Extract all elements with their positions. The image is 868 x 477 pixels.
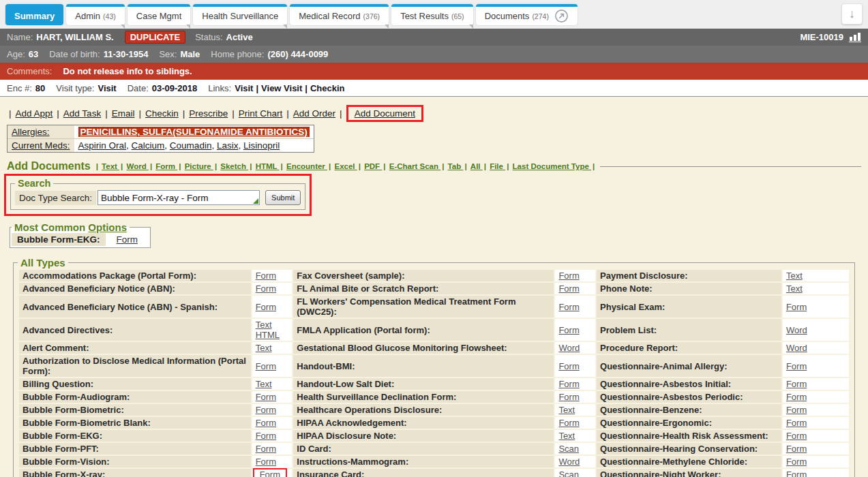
chart-stats-icon[interactable]: [849, 32, 861, 42]
most-common-form-link[interactable]: Form: [117, 234, 138, 245]
popout-circle-arrow-icon[interactable]: [554, 9, 569, 23]
doc-link-bubble-form-ekg-form[interactable]: Form: [256, 431, 276, 441]
tab-medical-record[interactable]: Medical Record(376): [290, 4, 389, 25]
med-link-lasix[interactable]: Lasix: [217, 140, 239, 151]
doc-link-procedure-report-word[interactable]: Word: [786, 343, 807, 353]
med-link-coumadin[interactable]: Coumadin: [170, 140, 212, 151]
enc-link-visit[interactable]: Visit: [235, 83, 253, 93]
doc-link-fl-workers-compensation-medical-treatment-form-dwc25-form[interactable]: Form: [558, 302, 579, 312]
doc-link-payment-disclosure-text[interactable]: Text: [786, 271, 803, 281]
doc-create-link-picture[interactable]: Picture: [185, 162, 213, 170]
doc-type-label: ID Card:: [293, 443, 554, 455]
doc-link-problem-list-word[interactable]: Word: [786, 325, 807, 335]
tab-summary[interactable]: Summary: [5, 4, 63, 25]
doc-link-questionnaire-night-worker-form[interactable]: Form: [786, 470, 807, 477]
doc-link-bubble-form-vision-form[interactable]: Form: [256, 457, 276, 467]
doc-type-links: Form: [252, 404, 293, 416]
doc-create-link-excel[interactable]: Excel: [334, 162, 357, 170]
doc-create-link-html[interactable]: HTML: [256, 162, 280, 170]
doc-type-links: Form: [555, 283, 595, 294]
allergy-value[interactable]: PENICILLINS, SULFA(SULFONAMIDE ANTIBIOTI…: [78, 127, 310, 137]
doc-link-handout-low-salt-diet-form[interactable]: Form: [558, 379, 579, 389]
doc-create-link-sketch[interactable]: Sketch: [220, 162, 248, 170]
tab-admin[interactable]: Admin(43): [66, 4, 125, 25]
patient-name: HART, WILLIAM S.: [36, 32, 113, 42]
current-meds-link[interactable]: Current Meds:: [12, 140, 70, 151]
action-link-email[interactable]: Email: [112, 108, 135, 119]
doc-type-links: Form: [252, 456, 293, 467]
doc-create-link-tab[interactable]: Tab: [448, 162, 464, 170]
doc-link-advanced-beneficiary-notice-abn-spanish-form[interactable]: Form: [256, 302, 276, 312]
tab-case-mgmt[interactable]: Case Mgmt: [128, 4, 190, 25]
action-link-add-document[interactable]: Add Document: [355, 108, 415, 119]
doc-create-link-text[interactable]: Text: [102, 162, 119, 170]
doc-link-alert-comment-text[interactable]: Text: [256, 343, 272, 353]
doc-create-link-e-chart-scan[interactable]: E-Chart Scan: [389, 162, 440, 170]
options-link[interactable]: Options: [88, 221, 127, 233]
doc-type-search-input[interactable]: [98, 190, 260, 205]
table-row: Bubble Form-EKG:FormHIPAA Disclosure Not…: [19, 430, 849, 442]
med-link-aspirin-oral[interactable]: Aspirin Oral: [78, 140, 127, 151]
doc-link-advanced-directives-html[interactable]: HTML: [256, 330, 280, 340]
doc-create-link-last-document-type[interactable]: Last Document Type: [513, 162, 591, 170]
doc-link-bubble-form-x-ray-form[interactable]: Form: [260, 470, 280, 477]
doc-link-advanced-directives-text[interactable]: Text: [256, 320, 272, 330]
action-link-checkin[interactable]: Checkin: [145, 108, 179, 119]
doc-link-insurance-card-scan[interactable]: Scan: [558, 470, 579, 477]
action-link-add-task[interactable]: Add Task: [63, 108, 101, 119]
action-link-prescribe[interactable]: Prescribe: [189, 108, 228, 119]
doc-link-questionnaire-asbestos-initial-form[interactable]: Form: [786, 379, 807, 389]
tab-test-results[interactable]: Test Results(65): [391, 4, 473, 25]
doc-link-handout-bmi-form[interactable]: Form: [558, 361, 579, 371]
doc-link-questionnaire-benzene-form[interactable]: Form: [786, 405, 807, 415]
med-link-lisinopril[interactable]: Lisinopril: [243, 140, 280, 151]
doc-link-bubble-form-biometric-blank-form[interactable]: Form: [256, 418, 276, 428]
allergies-link[interactable]: Allergies:: [12, 127, 50, 137]
doc-link-health-surveillance-declination-form-form[interactable]: Form: [558, 392, 579, 402]
doc-link-bubble-form-audiogram-form[interactable]: Form: [256, 392, 276, 402]
doc-link-advanced-beneficiary-notice-abn-form[interactable]: Form: [256, 283, 276, 294]
doc-type-separator: |: [593, 162, 595, 170]
action-link-print-chart[interactable]: Print Chart: [239, 108, 283, 119]
doc-link-hipaa-acknowledgement-form[interactable]: Form: [558, 418, 579, 428]
doc-type-label: Healthcare Operations Disclosure:: [293, 404, 554, 416]
doc-create-link-encounter[interactable]: Encounter: [286, 162, 327, 170]
doc-link-questionnaire-methylene-chloride-form[interactable]: Form: [786, 457, 807, 467]
doc-link-fax-coversheet-sample-form[interactable]: Form: [558, 271, 579, 281]
tab-documents[interactable]: Documents(274): [476, 4, 578, 25]
doc-type-links: Text: [555, 404, 595, 416]
doc-link-questionnaire-ergonomic-form[interactable]: Form: [786, 418, 807, 428]
action-link-add-appt[interactable]: Add Appt: [16, 108, 53, 119]
doc-link-authorization-to-disclose-medical-information-portal-form-form[interactable]: Form: [256, 361, 276, 371]
doc-link-billing-question-text[interactable]: Text: [256, 379, 272, 389]
doc-link-questionnaire-health-risk-assessment-form[interactable]: Form: [786, 431, 807, 441]
download-button[interactable]: ↓: [841, 3, 863, 25]
enc-link-checkin[interactable]: Checkin: [310, 83, 345, 93]
doc-link-questionnaire-hearing-conservation-form[interactable]: Form: [786, 444, 807, 454]
doc-link-healthcare-operations-disclosure-text[interactable]: Text: [558, 405, 575, 415]
doc-link-phone-note-text[interactable]: Text: [786, 283, 803, 294]
doc-link-bubble-form-biometric-form[interactable]: Form: [256, 405, 276, 415]
doc-link-fl-animal-bite-or-scratch-report-form[interactable]: Form: [558, 283, 579, 294]
doc-create-link-file[interactable]: File: [490, 162, 505, 170]
doc-create-link-word[interactable]: Word: [127, 162, 149, 170]
doc-link-instructions-mammogram-word[interactable]: Word: [558, 457, 580, 467]
doc-create-link-pdf[interactable]: PDF: [364, 162, 382, 170]
submit-button[interactable]: Submit: [265, 190, 301, 205]
tab-health-surveillance[interactable]: Health Surveillance: [193, 4, 287, 25]
doc-link-questionnaire-animal-allergy-form[interactable]: Form: [786, 361, 807, 371]
doc-type-links: Form: [252, 443, 293, 455]
doc-link-questionnaire-asbestos-periodic-form[interactable]: Form: [786, 392, 807, 402]
enc-link-view-visit[interactable]: View Visit: [261, 83, 302, 93]
doc-link-accommodations-package-portal-form-form[interactable]: Form: [256, 271, 276, 281]
doc-link-physical-exam-form[interactable]: Form: [786, 302, 807, 312]
med-link-calcium[interactable]: Calcium: [132, 140, 165, 151]
doc-link-fmla-application-portal-form-form[interactable]: Form: [558, 325, 579, 335]
doc-link-hipaa-disclosure-note-text[interactable]: Text: [558, 431, 575, 441]
doc-create-link-form[interactable]: Form: [155, 162, 177, 170]
doc-link-id-card-scan[interactable]: Scan: [558, 444, 579, 454]
doc-link-gestational-blood-glucose-monitoring-flowsheet-word[interactable]: Word: [558, 343, 580, 353]
action-link-add-order[interactable]: Add Order: [293, 108, 335, 119]
doc-create-link-all[interactable]: All: [470, 162, 483, 170]
doc-link-bubble-form-pft-form[interactable]: Form: [256, 444, 276, 454]
